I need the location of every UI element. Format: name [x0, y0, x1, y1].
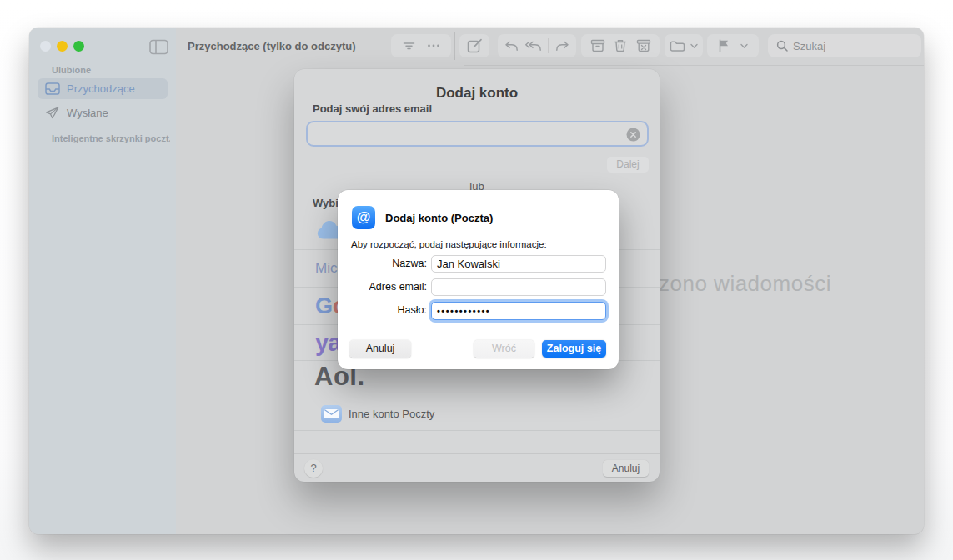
sidebar: Ulubione Przychodzące Wysłane Inteligent…: [29, 28, 176, 534]
paper-plane-icon: [45, 107, 60, 119]
folder-icon: [670, 40, 685, 52]
cancel-button[interactable]: Anuluj: [349, 340, 411, 358]
sidebar-section-smart-mailboxes: Inteligentne skrzynki poczt...: [52, 133, 170, 143]
choose-provider-label: Wybi: [313, 197, 339, 209]
email-address-input[interactable]: [306, 121, 649, 147]
junk-icon[interactable]: [636, 39, 651, 52]
sidebar-item-label: Wysłane: [67, 107, 108, 119]
inbox-icon: [45, 82, 60, 95]
password-field[interactable]: ••••••••••••: [431, 302, 606, 320]
sheet-title: Dodaj konto: [294, 85, 660, 102]
reply-icon[interactable]: [504, 40, 519, 52]
login-button[interactable]: Zaloguj się: [542, 340, 606, 358]
archive-icon[interactable]: [590, 39, 605, 52]
help-button[interactable]: ?: [304, 459, 323, 478]
toolbar-mini-divider: [548, 38, 549, 53]
empty-mailbox-message: zono wiadomości: [659, 271, 831, 297]
sidebar-section-favorites: Ulubione: [52, 65, 91, 75]
dialog-subtitle: Aby rozpocząć, podaj następujące informa…: [351, 239, 547, 249]
compose-button[interactable]: [459, 34, 489, 58]
move-to-folder-button[interactable]: [665, 34, 703, 58]
search-placeholder: Szukaj: [793, 40, 825, 52]
compose-icon: [467, 38, 483, 53]
search-input[interactable]: Szukaj: [768, 34, 921, 58]
forward-icon[interactable]: [555, 40, 569, 52]
sidebar-item-przychodzace[interactable]: Przychodzące: [38, 78, 168, 99]
name-field-row: Nazwa: Jan Kowalski: [338, 255, 619, 272]
email-field[interactable]: [431, 278, 606, 296]
email-prompt-label: Podaj swój adres email: [313, 102, 432, 115]
password-field-row: Hasło: ••••••••••••: [338, 302, 619, 319]
traffic-light-close-button[interactable]: [40, 41, 51, 52]
dialog-title: Dodaj konto (Poczta): [385, 212, 493, 224]
window-title: Przychodzące (tylko do odczytu): [188, 40, 356, 52]
name-label: Nazwa:: [338, 258, 427, 269]
filter-icon[interactable]: [402, 40, 416, 52]
back-button[interactable]: Wróć: [474, 340, 534, 358]
mail-window: Ulubione Przychodzące Wysłane Inteligent…: [29, 28, 924, 534]
sidebar-item-label: Przychodzące: [67, 82, 135, 95]
sheet-footer-divider: [294, 453, 660, 454]
at-mail-icon: @: [352, 206, 375, 229]
flag-button[interactable]: [707, 34, 759, 58]
search-icon: [776, 40, 788, 52]
toolbar-divider: [454, 32, 455, 60]
sidebar-toggle-icon[interactable]: [149, 39, 169, 55]
other-account-label: Inne konto Poczty: [349, 408, 434, 420]
name-field[interactable]: Jan Kowalski: [431, 255, 606, 272]
sheet-cancel-button[interactable]: Anuluj: [603, 460, 649, 477]
microsoft-logo: Mic: [315, 260, 337, 277]
traffic-light-zoom-button[interactable]: [73, 41, 84, 52]
toolbar-underline: [464, 65, 924, 66]
reply-all-icon[interactable]: [525, 40, 542, 52]
toolbar-mailbox-actions-group: [581, 34, 660, 58]
toolbar-filter-group: [391, 34, 451, 58]
provider-row-other-mail-account[interactable]: Inne konto Poczty: [294, 398, 660, 431]
chevron-down-icon: [740, 43, 748, 49]
auth-dialog: @ Dodaj konto (Poczta) Aby rozpocząć, po…: [338, 190, 619, 369]
email-field-row: Adres email:: [338, 278, 619, 296]
clear-field-icon[interactable]: [626, 128, 640, 142]
next-button[interactable]: Dalej: [607, 157, 649, 172]
more-icon[interactable]: [427, 43, 440, 48]
toolbar-reply-group: [498, 34, 576, 58]
flag-icon: [718, 39, 730, 52]
yahoo-logo: ya: [315, 329, 340, 357]
chevron-down-icon: [690, 43, 698, 49]
password-label: Hasło:: [338, 304, 427, 316]
mail-envelope-icon: [321, 405, 342, 422]
trash-icon[interactable]: [614, 39, 627, 52]
traffic-light-minimize-button[interactable]: [57, 41, 68, 52]
sidebar-item-wyslane[interactable]: Wysłane: [38, 102, 168, 123]
email-label: Adres email:: [338, 281, 427, 292]
